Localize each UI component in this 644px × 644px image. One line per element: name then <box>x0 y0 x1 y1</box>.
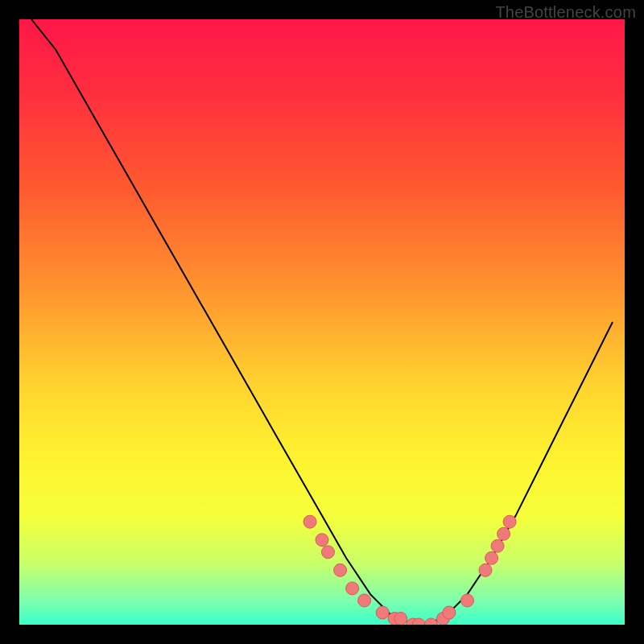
chart-svg <box>19 19 625 625</box>
marker-point <box>303 515 316 528</box>
marker-point <box>358 594 371 607</box>
marker-point <box>461 594 474 607</box>
marker-point <box>443 606 456 619</box>
marker-point <box>485 551 498 564</box>
marker-point <box>322 546 335 559</box>
marker-point <box>346 582 359 595</box>
marker-point <box>479 564 492 576</box>
plot-area <box>19 19 625 625</box>
marker-point <box>503 515 516 528</box>
chart-frame: TheBottleneck.com <box>0 0 644 644</box>
marker-point <box>491 539 504 552</box>
marker-point <box>497 527 510 540</box>
watermark-text: TheBottleneck.com <box>495 3 636 22</box>
marker-point <box>394 613 407 625</box>
marker-point <box>376 606 389 619</box>
marker-point <box>334 564 347 576</box>
marker-point <box>316 534 328 547</box>
